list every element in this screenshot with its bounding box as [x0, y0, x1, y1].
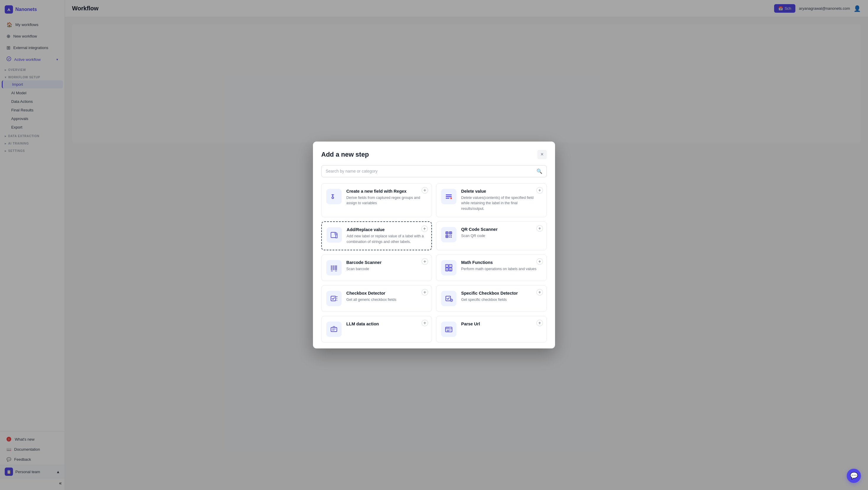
delete-value-card-desc: Delete values(contents) of the specified…: [461, 195, 542, 211]
specific-checkbox-card-body: Specific Checkbox Detector Get specific …: [461, 291, 542, 302]
modal-close-button[interactable]: ×: [537, 150, 547, 159]
svg-rect-43: [331, 296, 336, 301]
svg-rect-18: [450, 232, 451, 233]
add-replace-card-body: Add/Replace value Add new label or repla…: [347, 227, 427, 245]
math-functions-card-desc: Perform math operations on labels and va…: [461, 266, 542, 272]
barcode-scanner-card-title: Barcode Scanner: [346, 260, 427, 265]
llm-card-body: LLM data action: [346, 321, 427, 328]
step-card-barcode-scanner[interactable]: Barcode Scanner Scan barcode +: [321, 255, 432, 281]
qr-scanner-card-title: QR Code Scanner: [461, 227, 542, 232]
add-replace-card-desc: Add new label or replace value of a labe…: [347, 233, 427, 245]
svg-rect-22: [450, 237, 450, 238]
add-replace-icon-wrap: [327, 227, 342, 242]
modal-title: Add a new step: [321, 151, 369, 158]
svg-rect-29: [336, 265, 337, 270]
step-card-qr-scanner[interactable]: QR Code Scanner Scan QR code +: [436, 221, 547, 251]
chat-icon: 💬: [850, 472, 858, 480]
svg-rect-27: [334, 265, 335, 270]
steps-grid: Create a new field with Regex Derive fie…: [321, 183, 547, 343]
llm-card-title: LLM data action: [346, 321, 427, 326]
add-math-functions-button[interactable]: +: [536, 258, 543, 265]
svg-rect-19: [446, 236, 447, 237]
search-icon: 🔍: [536, 169, 542, 174]
regex-card-title: Create a new field with Regex: [346, 189, 427, 194]
math-functions-card-title: Math Functions: [461, 260, 542, 265]
regex-card-body: Create a new field with Regex Derive fie…: [346, 189, 427, 206]
modal-overlay[interactable]: Add a new step × 🔍 Create a new: [0, 0, 868, 490]
svg-rect-6: [446, 196, 452, 197]
specific-checkbox-card-desc: Get specific checkbox fields: [461, 297, 542, 302]
parse-url-icon-wrap: [441, 321, 457, 337]
delete-value-icon-wrap: [441, 189, 457, 204]
svg-point-55: [447, 328, 448, 328]
qr-scanner-card-body: QR Code Scanner Scan QR code: [461, 227, 542, 239]
step-card-llm[interactable]: LLM data action +: [321, 316, 432, 343]
svg-rect-21: [451, 235, 452, 236]
parse-url-card-title: Parse Url: [461, 321, 542, 326]
svg-point-56: [448, 328, 449, 328]
svg-rect-25: [332, 265, 333, 270]
step-card-checkbox-detector[interactable]: Checkbox Detector Get all generic checkb…: [321, 285, 432, 312]
search-input[interactable]: [326, 169, 533, 173]
add-regex-button[interactable]: +: [422, 187, 428, 194]
delete-value-card-title: Delete value: [461, 189, 542, 194]
regex-icon-wrap: [326, 189, 342, 204]
add-replace-card-title: Add/Replace value: [347, 227, 427, 232]
svg-rect-23: [451, 237, 452, 238]
checkbox-detector-card-body: Checkbox Detector Get all generic checkb…: [346, 291, 427, 302]
svg-rect-49: [331, 327, 337, 332]
add-qr-scanner-button[interactable]: +: [536, 225, 543, 232]
svg-rect-20: [450, 235, 450, 236]
add-llm-button[interactable]: +: [422, 320, 428, 326]
step-card-delete-value[interactable]: Delete value Delete values(contents) of …: [436, 183, 547, 217]
step-card-create-regex[interactable]: Create a new field with Regex Derive fie…: [321, 183, 432, 217]
svg-point-54: [446, 328, 447, 328]
svg-rect-17: [446, 232, 447, 233]
add-checkbox-detector-button[interactable]: +: [422, 289, 428, 295]
barcode-icon-wrap: [326, 260, 342, 276]
step-card-specific-checkbox[interactable]: Specific Checkbox Detector Get specific …: [436, 285, 547, 312]
math-icon-wrap: [441, 260, 457, 276]
regex-card-desc: Derive fields from captured regex groups…: [346, 195, 427, 206]
add-add-replace-button[interactable]: +: [421, 226, 428, 232]
svg-rect-5: [446, 195, 452, 195]
specific-checkbox-icon-wrap: [441, 291, 457, 306]
qr-scanner-card-desc: Scan QR code: [461, 233, 542, 239]
svg-rect-47: [446, 296, 451, 301]
parse-url-card-body: Parse Url: [461, 321, 542, 328]
svg-rect-24: [331, 265, 332, 270]
barcode-scanner-card-desc: Scan barcode: [346, 266, 427, 272]
specific-checkbox-card-title: Specific Checkbox Detector: [461, 291, 542, 295]
step-card-parse-url[interactable]: Parse Url +: [436, 316, 547, 343]
checkbox-detector-card-title: Checkbox Detector: [346, 291, 427, 295]
chat-button[interactable]: 💬: [847, 469, 861, 483]
add-delete-value-button[interactable]: +: [536, 187, 543, 194]
llm-icon-wrap: [326, 321, 342, 337]
search-bar: 🔍: [321, 165, 547, 177]
step-card-add-replace[interactable]: Add/Replace value Add new label or repla…: [321, 221, 432, 251]
delete-value-card-body: Delete value Delete values(contents) of …: [461, 189, 542, 211]
step-card-math-functions[interactable]: Math Functions Perform math operations o…: [436, 255, 547, 281]
qr-icon-wrap: [441, 227, 457, 242]
modal-header: Add a new step ×: [321, 150, 547, 159]
add-barcode-scanner-button[interactable]: +: [422, 258, 428, 265]
add-step-modal: Add a new step × 🔍 Create a new: [313, 142, 555, 349]
math-functions-card-body: Math Functions Perform math operations o…: [461, 260, 542, 272]
svg-rect-28: [335, 265, 336, 270]
barcode-scanner-card-body: Barcode Scanner Scan barcode: [346, 260, 427, 272]
add-parse-url-button[interactable]: +: [536, 320, 543, 326]
add-specific-checkbox-button[interactable]: +: [536, 289, 543, 295]
svg-point-1: [332, 197, 334, 199]
checkbox-icon-wrap: [326, 291, 342, 306]
checkbox-detector-card-desc: Get all generic checkbox fields: [346, 297, 427, 302]
svg-rect-26: [333, 265, 334, 270]
